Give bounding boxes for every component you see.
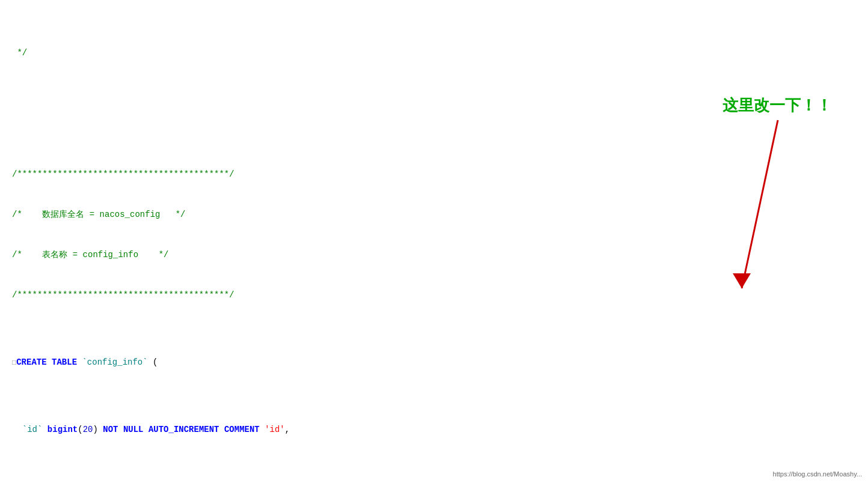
comment-close: */ — [12, 48, 27, 58]
create-keyword: CREATE — [16, 357, 46, 367]
line-id: `id` bigint(20) NOT NULL AUTO_INCREMENT … — [12, 423, 856, 436]
db-name-comment: /* 数据库全名 = nacos_config */ — [12, 210, 185, 219]
red-arrow — [706, 108, 838, 312]
code-container: */ /************************************… — [0, 0, 868, 483]
line-create-table: □CREATE TABLE `config_info` ( — [12, 356, 856, 369]
table-name-comment: /* 表名称 = config_info */ — [12, 250, 168, 260]
separator-1: /***************************************… — [12, 169, 234, 179]
svg-line-0 — [742, 120, 778, 288]
separator-2: /***************************************… — [12, 290, 234, 300]
line-1: */ — [12, 46, 856, 59]
table-keyword: TABLE — [52, 357, 77, 367]
table-name: `config_info` — [82, 357, 147, 367]
url-text: https://blog.csdn.net/Moashy... — [773, 469, 862, 480]
svg-marker-1 — [733, 273, 751, 288]
